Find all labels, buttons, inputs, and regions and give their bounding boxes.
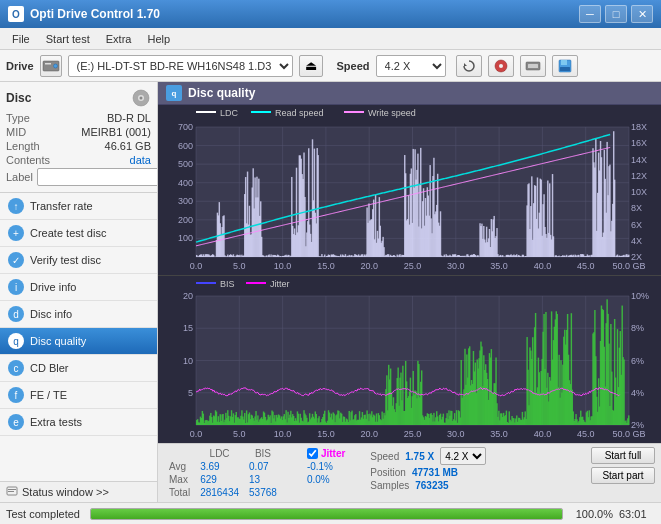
position-label: Position: [370, 467, 406, 478]
eject-button[interactable]: ⏏: [299, 55, 323, 77]
sidebar-item-fe-te[interactable]: f FE / TE: [0, 382, 157, 409]
menu-bar: File Start test Extra Help: [0, 28, 661, 50]
time-text: 63:01: [619, 508, 655, 520]
drive-bar: Drive (E:) HL-DT-ST BD-RE WH16NS48 1.D3 …: [0, 50, 661, 82]
speed-stat-label: Speed: [370, 451, 399, 462]
disc-button[interactable]: [488, 55, 514, 77]
create-test-disc-icon: +: [8, 225, 24, 241]
disc-quality-header: q Disc quality: [158, 82, 661, 105]
chart-ldc: [158, 105, 661, 276]
disc-mid-row: MID MEIRB1 (001): [6, 126, 151, 138]
refresh-button[interactable]: [456, 55, 482, 77]
sidebar-item-extra-tests[interactable]: e Extra tests: [0, 409, 157, 436]
verify-test-disc-icon: ✓: [8, 252, 24, 268]
nav-label-create-test-disc: Create test disc: [30, 227, 106, 239]
minimize-button[interactable]: ─: [579, 5, 601, 23]
app-title: Opti Drive Control 1.70: [30, 7, 160, 21]
samples-value: 763235: [415, 480, 448, 491]
speed-stat-select[interactable]: 4.2 X: [440, 447, 486, 465]
svg-rect-10: [560, 67, 570, 71]
speed-label: Speed: [337, 60, 370, 72]
start-part-button[interactable]: Start part: [591, 467, 655, 484]
stats-table: LDC BIS Jitter Avg 3.69 0.07 -0.1%: [164, 447, 350, 499]
svg-rect-7: [528, 64, 538, 68]
title-bar-left: O Opti Drive Control 1.70: [8, 6, 160, 22]
disc-contents-row: Contents data: [6, 154, 151, 166]
drive-info-icon: i: [8, 279, 24, 295]
chart-bis: [158, 276, 661, 443]
position-value: 47731 MB: [412, 467, 458, 478]
total-label: Total: [164, 486, 195, 499]
disc-label-row: Label: [6, 168, 151, 186]
speed-stat-value: 1.75 X: [405, 451, 434, 462]
settings-button[interactable]: [520, 55, 546, 77]
nav-label-disc-quality: Disc quality: [30, 335, 86, 347]
progress-bar-fill: [91, 509, 562, 519]
app-icon: O: [8, 6, 24, 22]
svg-rect-9: [561, 60, 567, 65]
ldc-avg: 3.69: [195, 460, 244, 473]
disc-image-icon: [131, 88, 151, 108]
menu-file[interactable]: File: [4, 31, 38, 47]
sidebar-item-create-test-disc[interactable]: + Create test disc: [0, 220, 157, 247]
maximize-button[interactable]: □: [605, 5, 627, 23]
ldc-chart-canvas: [158, 105, 661, 275]
jitter-label: Jitter: [321, 448, 345, 459]
buttons-area: Start full Start part: [591, 447, 655, 484]
sidebar-item-cd-bler[interactable]: c CD Bler: [0, 355, 157, 382]
ldc-header: LDC: [195, 447, 244, 460]
jitter-checkbox[interactable]: [307, 448, 318, 459]
drive-label: Drive: [6, 60, 34, 72]
sidebar-item-drive-info[interactable]: i Drive info: [0, 274, 157, 301]
svg-rect-17: [8, 489, 16, 490]
svg-rect-1: [45, 63, 51, 65]
nav-label-extra-tests: Extra tests: [30, 416, 82, 428]
nav-label-drive-info: Drive info: [30, 281, 76, 293]
close-button[interactable]: ✕: [631, 5, 653, 23]
samples-label: Samples: [370, 480, 409, 491]
speed-position-area: Speed 1.75 X 4.2 X Position 47731 MB Sam…: [370, 447, 486, 491]
sidebar-item-disc-quality[interactable]: q Disc quality: [0, 328, 157, 355]
progress-text: 100.0%: [573, 508, 613, 520]
nav-label-disc-info: Disc info: [30, 308, 72, 320]
menu-start-test[interactable]: Start test: [38, 31, 98, 47]
main-layout: Disc Type BD-R DL MID MEIRB1 (001) Lengt…: [0, 82, 661, 502]
avg-label: Avg: [164, 460, 195, 473]
disc-info-icon: d: [8, 306, 24, 322]
status-window-icon: [6, 486, 18, 498]
samples-row: Samples 763235: [370, 480, 486, 491]
sidebar-item-verify-test-disc[interactable]: ✓ Verify test disc: [0, 247, 157, 274]
nav-label-fe-te: FE / TE: [30, 389, 67, 401]
nav-label-cd-bler: CD Bler: [30, 362, 69, 374]
drive-select[interactable]: (E:) HL-DT-ST BD-RE WH16NS48 1.D3: [68, 55, 293, 77]
status-window-label: Status window >>: [22, 486, 109, 498]
start-full-button[interactable]: Start full: [591, 447, 655, 464]
menu-extra[interactable]: Extra: [98, 31, 140, 47]
sidebar-item-transfer-rate[interactable]: ↑ Transfer rate: [0, 193, 157, 220]
speed-select[interactable]: 4.2 X: [376, 55, 446, 77]
jitter-max: 0.0%: [302, 473, 350, 486]
charts-container: [158, 105, 661, 443]
ldc-max: 629: [195, 473, 244, 486]
bis-header: BIS: [244, 447, 282, 460]
menu-help[interactable]: Help: [139, 31, 178, 47]
sidebar: Disc Type BD-R DL MID MEIRB1 (001) Lengt…: [0, 82, 158, 502]
disc-label-input[interactable]: [37, 168, 158, 186]
status-window-nav[interactable]: Status window >>: [0, 481, 157, 502]
disc-title: Disc: [6, 91, 31, 105]
sidebar-item-disc-info[interactable]: d Disc info: [0, 301, 157, 328]
disc-type-row: Type BD-R DL: [6, 112, 151, 124]
svg-point-2: [53, 64, 57, 68]
bis-max: 13: [244, 473, 282, 486]
svg-point-5: [499, 64, 503, 68]
bis-avg: 0.07: [244, 460, 282, 473]
transfer-rate-icon: ↑: [8, 198, 24, 214]
status-bar: Test completed 100.0% 63:01: [0, 502, 661, 524]
save-button[interactable]: [552, 55, 578, 77]
fe-te-icon: f: [8, 387, 24, 403]
disc-quality-title: Disc quality: [188, 86, 255, 100]
max-label: Max: [164, 473, 195, 486]
status-text: Test completed: [6, 508, 80, 520]
nav-items: ↑ Transfer rate + Create test disc ✓ Ver…: [0, 193, 157, 481]
nav-label-verify-test-disc: Verify test disc: [30, 254, 101, 266]
